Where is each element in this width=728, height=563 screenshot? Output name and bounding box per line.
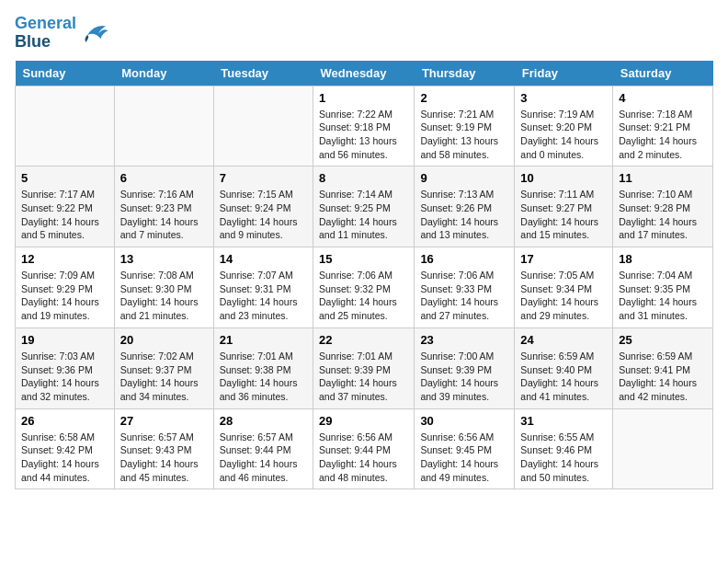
weekday-header-monday: Monday (114, 61, 213, 86)
page-header: GeneralBlue (15, 15, 713, 52)
calendar-week-row: 26Sunrise: 6:58 AM Sunset: 9:42 PM Dayli… (16, 408, 713, 489)
day-info: Sunrise: 7:19 AM Sunset: 9:20 PM Dayligh… (520, 108, 607, 162)
day-number: 20 (120, 333, 208, 347)
day-number: 27 (120, 414, 208, 428)
day-info: Sunrise: 7:00 AM Sunset: 9:39 PM Dayligh… (420, 350, 508, 404)
calendar-day-cell: 29Sunrise: 6:56 AM Sunset: 9:44 PM Dayli… (313, 408, 415, 489)
day-number: 3 (520, 91, 607, 105)
day-number: 31 (520, 414, 607, 428)
day-info: Sunrise: 7:09 AM Sunset: 9:29 PM Dayligh… (21, 269, 108, 323)
calendar-week-row: 12Sunrise: 7:09 AM Sunset: 9:29 PM Dayli… (16, 247, 713, 328)
calendar-day-cell: 23Sunrise: 7:00 AM Sunset: 9:39 PM Dayli… (415, 327, 515, 408)
day-info: Sunrise: 7:06 AM Sunset: 9:32 PM Dayligh… (319, 269, 408, 323)
weekday-header-sunday: Sunday (16, 61, 115, 86)
day-info: Sunrise: 7:15 AM Sunset: 9:24 PM Dayligh… (220, 188, 307, 242)
calendar-day-cell: 25Sunrise: 6:59 AM Sunset: 9:41 PM Dayli… (613, 327, 713, 408)
day-number: 18 (619, 252, 707, 266)
day-info: Sunrise: 7:21 AM Sunset: 9:19 PM Dayligh… (420, 108, 508, 162)
day-number: 12 (21, 252, 108, 266)
day-number: 22 (319, 333, 408, 347)
day-info: Sunrise: 6:56 AM Sunset: 9:44 PM Dayligh… (319, 431, 408, 485)
day-info: Sunrise: 7:10 AM Sunset: 9:28 PM Dayligh… (619, 188, 707, 242)
calendar-day-cell: 7Sunrise: 7:15 AM Sunset: 9:24 PM Daylig… (213, 167, 313, 247)
calendar-day-cell: 5Sunrise: 7:17 AM Sunset: 9:22 PM Daylig… (16, 167, 115, 247)
calendar-day-cell: 19Sunrise: 7:03 AM Sunset: 9:36 PM Dayli… (16, 327, 115, 408)
calendar-day-cell: 30Sunrise: 6:56 AM Sunset: 9:45 PM Dayli… (415, 408, 515, 489)
day-number: 6 (120, 171, 208, 185)
calendar-table: SundayMondayTuesdayWednesdayThursdayFrid… (15, 61, 713, 490)
day-info: Sunrise: 7:01 AM Sunset: 9:38 PM Dayligh… (220, 350, 307, 404)
day-number: 14 (220, 252, 307, 266)
day-info: Sunrise: 6:59 AM Sunset: 9:41 PM Dayligh… (619, 350, 707, 404)
day-number: 28 (220, 414, 307, 428)
weekday-header-friday: Friday (515, 61, 613, 86)
day-info: Sunrise: 7:02 AM Sunset: 9:37 PM Dayligh… (120, 350, 208, 404)
day-info: Sunrise: 7:04 AM Sunset: 9:35 PM Dayligh… (619, 269, 707, 323)
day-info: Sunrise: 6:58 AM Sunset: 9:42 PM Dayligh… (21, 431, 108, 485)
day-info: Sunrise: 7:03 AM Sunset: 9:36 PM Dayligh… (21, 350, 108, 404)
calendar-day-cell: 8Sunrise: 7:14 AM Sunset: 9:25 PM Daylig… (313, 167, 415, 247)
calendar-week-row: 1Sunrise: 7:22 AM Sunset: 9:18 PM Daylig… (16, 86, 713, 167)
calendar-day-cell: 2Sunrise: 7:21 AM Sunset: 9:19 PM Daylig… (415, 86, 515, 167)
calendar-empty-cell (213, 86, 313, 167)
calendar-week-row: 5Sunrise: 7:17 AM Sunset: 9:22 PM Daylig… (16, 167, 713, 247)
day-number: 26 (21, 414, 108, 428)
calendar-day-cell: 3Sunrise: 7:19 AM Sunset: 9:20 PM Daylig… (515, 86, 613, 167)
day-number: 10 (520, 171, 607, 185)
day-info: Sunrise: 7:18 AM Sunset: 9:21 PM Dayligh… (619, 108, 707, 162)
calendar-empty-cell (16, 86, 115, 167)
day-number: 16 (420, 252, 508, 266)
day-info: Sunrise: 6:57 AM Sunset: 9:43 PM Dayligh… (120, 431, 208, 485)
day-info: Sunrise: 7:22 AM Sunset: 9:18 PM Dayligh… (319, 108, 408, 162)
calendar-day-cell: 16Sunrise: 7:06 AM Sunset: 9:33 PM Dayli… (415, 247, 515, 328)
day-info: Sunrise: 7:05 AM Sunset: 9:34 PM Dayligh… (520, 269, 607, 323)
day-number: 21 (220, 333, 307, 347)
day-number: 5 (21, 171, 108, 185)
calendar-day-cell: 15Sunrise: 7:06 AM Sunset: 9:32 PM Dayli… (313, 247, 415, 328)
day-info: Sunrise: 7:01 AM Sunset: 9:39 PM Dayligh… (319, 350, 408, 404)
day-info: Sunrise: 6:55 AM Sunset: 9:46 PM Dayligh… (520, 431, 607, 485)
calendar-day-cell: 9Sunrise: 7:13 AM Sunset: 9:26 PM Daylig… (415, 167, 515, 247)
calendar-day-cell: 22Sunrise: 7:01 AM Sunset: 9:39 PM Dayli… (313, 327, 415, 408)
day-number: 2 (420, 91, 508, 105)
day-number: 15 (319, 252, 408, 266)
day-number: 17 (520, 252, 607, 266)
calendar-day-cell: 26Sunrise: 6:58 AM Sunset: 9:42 PM Dayli… (16, 408, 115, 489)
calendar-day-cell: 20Sunrise: 7:02 AM Sunset: 9:37 PM Dayli… (114, 327, 213, 408)
calendar-day-cell: 6Sunrise: 7:16 AM Sunset: 9:23 PM Daylig… (114, 167, 213, 247)
day-info: Sunrise: 6:57 AM Sunset: 9:44 PM Dayligh… (220, 431, 307, 485)
day-number: 4 (619, 91, 707, 105)
day-info: Sunrise: 7:14 AM Sunset: 9:25 PM Dayligh… (319, 188, 408, 242)
day-info: Sunrise: 7:11 AM Sunset: 9:27 PM Dayligh… (520, 188, 607, 242)
calendar-day-cell: 27Sunrise: 6:57 AM Sunset: 9:43 PM Dayli… (114, 408, 213, 489)
logo: GeneralBlue (15, 15, 109, 52)
day-info: Sunrise: 6:59 AM Sunset: 9:40 PM Dayligh… (520, 350, 607, 404)
calendar-day-cell: 11Sunrise: 7:10 AM Sunset: 9:28 PM Dayli… (613, 167, 713, 247)
calendar-day-cell: 31Sunrise: 6:55 AM Sunset: 9:46 PM Dayli… (515, 408, 613, 489)
weekday-header-saturday: Saturday (613, 61, 713, 86)
day-info: Sunrise: 7:07 AM Sunset: 9:31 PM Dayligh… (220, 269, 307, 323)
weekday-header-tuesday: Tuesday (213, 61, 313, 86)
calendar-day-cell: 12Sunrise: 7:09 AM Sunset: 9:29 PM Dayli… (16, 247, 115, 328)
day-number: 25 (619, 333, 707, 347)
day-info: Sunrise: 7:13 AM Sunset: 9:26 PM Dayligh… (420, 188, 508, 242)
day-number: 23 (420, 333, 508, 347)
calendar-day-cell: 10Sunrise: 7:11 AM Sunset: 9:27 PM Dayli… (515, 167, 613, 247)
calendar-empty-cell (613, 408, 713, 489)
day-number: 29 (319, 414, 408, 428)
weekday-header-wednesday: Wednesday (313, 61, 415, 86)
day-number: 8 (319, 171, 408, 185)
day-number: 7 (220, 171, 307, 185)
calendar-day-cell: 1Sunrise: 7:22 AM Sunset: 9:18 PM Daylig… (313, 86, 415, 167)
day-number: 11 (619, 171, 707, 185)
calendar-week-row: 19Sunrise: 7:03 AM Sunset: 9:36 PM Dayli… (16, 327, 713, 408)
weekday-header-row: SundayMondayTuesdayWednesdayThursdayFrid… (16, 61, 713, 86)
calendar-day-cell: 14Sunrise: 7:07 AM Sunset: 9:31 PM Dayli… (213, 247, 313, 328)
calendar-empty-cell (114, 86, 213, 167)
day-number: 1 (319, 91, 408, 105)
calendar-day-cell: 21Sunrise: 7:01 AM Sunset: 9:38 PM Dayli… (213, 327, 313, 408)
logo-text: GeneralBlue (15, 15, 76, 52)
logo-bird-icon (80, 20, 109, 46)
calendar-day-cell: 17Sunrise: 7:05 AM Sunset: 9:34 PM Dayli… (515, 247, 613, 328)
weekday-header-thursday: Thursday (415, 61, 515, 86)
